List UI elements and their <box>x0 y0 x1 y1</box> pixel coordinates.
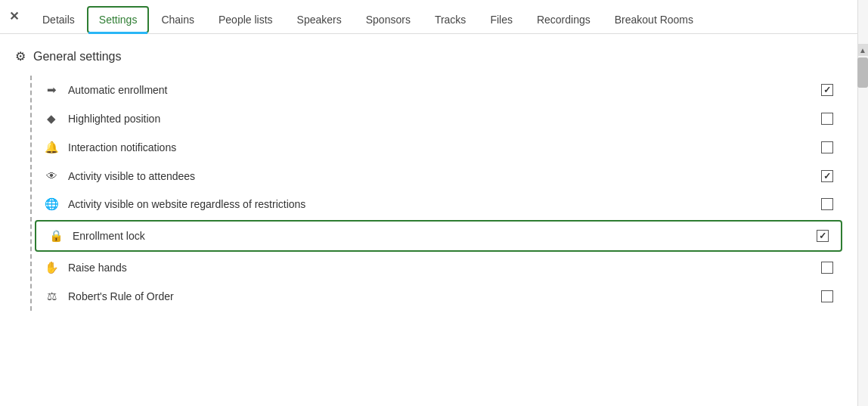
setting-row-activity-visible-website: 🌐 Activity visible on website regardless… <box>32 190 845 218</box>
highlighted-position-checkbox-wrapper <box>821 113 833 125</box>
raise-hands-checkbox[interactable] <box>821 262 833 274</box>
scrollbar-thumb[interactable] <box>857 57 868 88</box>
eye-icon: 👁 <box>44 169 59 182</box>
close-button[interactable]: ✕ <box>9 9 19 23</box>
enrollment-lock-checkbox-wrapper <box>817 230 829 242</box>
tab-details[interactable]: Details <box>30 6 87 33</box>
tab-chains[interactable]: Chains <box>149 6 206 33</box>
interaction-notifications-checkbox[interactable] <box>821 141 833 153</box>
scale-icon: ⚖ <box>44 290 59 303</box>
section-title-text: General settings <box>33 50 122 64</box>
activity-visible-website-label: Activity visible on website regardless o… <box>68 198 812 210</box>
tab-settings[interactable]: Settings <box>87 6 150 33</box>
setting-row-interaction-notifications: 🔔 Interaction notifications <box>32 133 845 162</box>
automatic-enrollment-checkbox-wrapper <box>821 84 833 96</box>
automatic-enrollment-checkbox[interactable] <box>821 84 833 96</box>
activity-visible-attendees-label: Activity visible to attendees <box>68 170 812 182</box>
scrollbar-arrow-up[interactable]: ▲ <box>857 44 868 56</box>
interaction-notifications-label: Interaction notifications <box>68 141 812 153</box>
tab-sponsors[interactable]: Sponsors <box>354 6 423 33</box>
setting-row-roberts-rule: ⚖ Robert's Rule of Order <box>32 282 845 311</box>
interaction-notifications-checkbox-wrapper <box>821 141 833 153</box>
tab-breakout-rooms[interactable]: Breakout Rooms <box>603 6 705 33</box>
highlighted-position-label: Highlighted position <box>68 113 812 125</box>
enrollment-lock-checkbox[interactable] <box>817 230 829 242</box>
activity-visible-attendees-checkbox-wrapper <box>821 170 833 182</box>
tab-tracks[interactable]: Tracks <box>423 6 478 33</box>
activity-visible-attendees-checkbox[interactable] <box>821 170 833 182</box>
setting-row-automatic-enrollment: ➡ Automatic enrollment <box>32 76 845 104</box>
roberts-rule-label: Robert's Rule of Order <box>68 290 812 302</box>
main-content: ⚙ General settings ➡ Automatic enrollmen… <box>0 34 868 396</box>
setting-row-activity-visible-attendees: 👁 Activity visible to attendees <box>32 162 845 190</box>
tab-people-lists[interactable]: People lists <box>206 6 285 33</box>
setting-row-highlighted-position: ◆ Highlighted position <box>32 104 845 133</box>
roberts-rule-checkbox-wrapper <box>821 290 833 302</box>
automatic-enrollment-label: Automatic enrollment <box>68 84 812 96</box>
enrollment-lock-label: Enrollment lock <box>73 230 808 242</box>
nav-tabs: Details Settings Chains People lists Spe… <box>0 0 868 34</box>
scrollbar[interactable]: ▲ <box>857 0 868 406</box>
lock-icon: 🔒 <box>48 229 64 243</box>
section-title: ⚙ General settings <box>15 49 845 64</box>
setting-row-enrollment-lock: 🔒 Enrollment lock <box>35 220 842 252</box>
tab-recordings[interactable]: Recordings <box>525 6 603 33</box>
gear-icon: ⚙ <box>15 49 26 64</box>
highlight-icon: ◆ <box>44 112 59 126</box>
hand-icon: ✋ <box>44 261 59 274</box>
setting-row-raise-hands: ✋ Raise hands <box>32 253 845 282</box>
bell-icon: 🔔 <box>44 141 59 154</box>
globe-icon: 🌐 <box>44 197 59 211</box>
highlighted-position-checkbox[interactable] <box>821 113 833 125</box>
enrollment-icon: ➡ <box>44 83 59 97</box>
settings-list: ➡ Automatic enrollment ◆ Highlighted pos… <box>30 76 845 311</box>
activity-visible-website-checkbox-wrapper <box>821 198 833 210</box>
activity-visible-website-checkbox[interactable] <box>821 198 833 210</box>
tab-speakers[interactable]: Speakers <box>285 6 354 33</box>
roberts-rule-checkbox[interactable] <box>821 290 833 302</box>
raise-hands-label: Raise hands <box>68 262 812 274</box>
tab-files[interactable]: Files <box>478 6 525 33</box>
raise-hands-checkbox-wrapper <box>821 262 833 274</box>
